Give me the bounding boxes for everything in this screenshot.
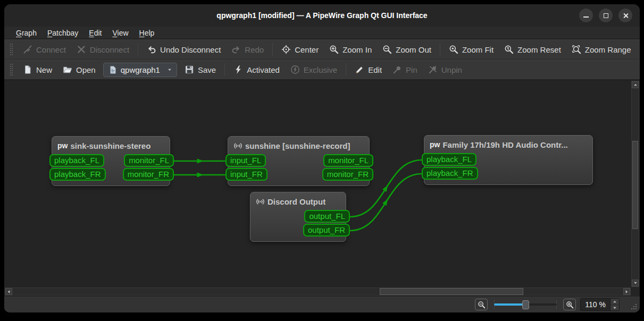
minimize-button[interactable] <box>579 9 593 22</box>
port-playback_FL[interactable]: playback_FL <box>49 154 104 167</box>
node-family-hd-audio[interactable]: pwFamily 17h/19h HD Audio Contr...playba… <box>424 135 593 185</box>
zoom-reset-button[interactable]: Zoom Reset <box>499 43 566 56</box>
arrow-down-icon <box>634 282 637 284</box>
port-monitor_FR[interactable]: monitor_FR <box>123 168 174 181</box>
activated-icon <box>233 65 243 74</box>
graph-canvas[interactable]: pwsink-sunshine-stereoplayback_FLmonitor… <box>4 80 640 296</box>
disconnect-button[interactable]: Disconnect <box>71 43 135 56</box>
pipewire-icon: pw <box>57 142 68 149</box>
horizontal-scrollbar-thumb[interactable] <box>380 288 523 295</box>
zoom-value: 110 % <box>581 300 610 309</box>
port-monitor_FL[interactable]: monitor_FL <box>124 154 174 167</box>
vertical-scrollbar[interactable] <box>631 81 639 287</box>
toolbar-separator <box>346 63 346 76</box>
scroll-down-button[interactable] <box>632 280 639 286</box>
connect-button[interactable]: Connect <box>18 43 71 56</box>
node-title: Family 17h/19h HD Audio Contr... <box>442 140 567 149</box>
maximize-icon <box>604 13 608 18</box>
port-playback_FR[interactable]: playback_FR <box>49 168 106 181</box>
port-playback_FL[interactable]: playback_FL <box>422 153 476 166</box>
toolbar-button-label: Exclusive <box>304 65 337 74</box>
node-sink-sunshine-stereo[interactable]: pwsink-sunshine-stereoplayback_FLmonitor… <box>52 136 170 186</box>
connection-arrow-icon <box>197 159 204 164</box>
exclusive-button[interactable]: Exclusive <box>285 63 342 77</box>
undo-disconnect-button[interactable]: Undo Disconnect <box>141 43 226 56</box>
zoom-out-icon <box>382 45 392 54</box>
zoom-in-icon <box>329 45 339 54</box>
zoom-in-button[interactable] <box>563 299 576 310</box>
toolbar-separator <box>440 43 440 56</box>
port-output_FR[interactable]: output_FR <box>303 224 350 236</box>
edit-button[interactable]: Edit <box>349 63 387 77</box>
menu-view[interactable]: View <box>108 28 132 38</box>
scroll-left-button[interactable] <box>5 288 12 295</box>
toolbar-main: ConnectDisconnectUndo DisconnectRedoCent… <box>4 39 640 60</box>
port-monitor_FL[interactable]: monitor_FL <box>323 154 373 167</box>
patchbay-select[interactable]: qpwgraph1 <box>103 63 177 77</box>
patchbay-select-value: qpwgraph1 <box>121 65 160 74</box>
port-input_FL[interactable]: input_FL <box>225 154 266 167</box>
zoom-in-button[interactable]: Zoom In <box>324 43 377 56</box>
save-icon <box>185 65 194 74</box>
toolbar-drag-handle[interactable] <box>10 63 13 76</box>
zoom-slider[interactable] <box>494 299 557 310</box>
pipewire-icon: pw <box>430 141 440 148</box>
toolbar-separator <box>138 43 138 56</box>
scroll-up-button[interactable] <box>632 81 639 88</box>
redo-button[interactable]: Redo <box>226 43 269 56</box>
vertical-scrollbar-thumb[interactable] <box>632 141 638 229</box>
new-file-icon <box>23 65 32 74</box>
maximize-button[interactable] <box>599 9 613 22</box>
activated-button[interactable]: Activated <box>228 63 285 77</box>
port-input_FR[interactable]: input_FR <box>225 168 267 181</box>
unpin-icon <box>428 65 438 74</box>
node-sunshine[interactable]: sunshine [sunshine-record]input_FLmonito… <box>228 136 370 186</box>
zoom-range-button[interactable]: Zoom Range <box>566 43 637 56</box>
zoom-fit-button[interactable]: Zoom Fit <box>444 43 499 56</box>
close-button[interactable] <box>618 9 632 22</box>
minimize-icon <box>583 16 589 18</box>
app-window: qpwgraph1 [modified] — A PipeWire Graph … <box>4 4 640 312</box>
scroll-right-button[interactable] <box>623 288 630 295</box>
horizontal-scrollbar[interactable] <box>5 288 631 295</box>
port-output_FL[interactable]: output_FL <box>304 210 350 223</box>
zoom-spin-up-button[interactable] <box>610 299 619 305</box>
zoom-slider-handle[interactable] <box>522 300 529 309</box>
node-title: sink-sunshine-stereo <box>70 141 150 150</box>
toolbar-button-label: Open <box>76 65 96 74</box>
zoom-fit-icon <box>449 45 458 54</box>
arrow-right-icon <box>626 290 628 293</box>
port-playback_FR[interactable]: playback_FR <box>422 167 478 180</box>
close-icon <box>623 13 629 19</box>
resize-grip[interactable] <box>630 303 637 310</box>
open-button[interactable]: Open <box>57 63 101 77</box>
menu-graph[interactable]: Graph <box>12 28 41 38</box>
toolbar-drag-handle[interactable] <box>10 43 13 56</box>
menu-patchbay[interactable]: Patchbay <box>43 28 82 38</box>
port-monitor_FR[interactable]: monitor_FR <box>322 168 373 181</box>
vertical-scrollbar-track[interactable] <box>632 89 639 279</box>
toolbar-separator <box>224 63 225 76</box>
zoom-out-button[interactable] <box>475 299 488 310</box>
toolbar-patchbay: NewOpenqpwgraph1SaveActivatedExclusiveEd… <box>4 60 640 80</box>
unpin-button[interactable]: Unpin <box>423 63 467 77</box>
pin-button[interactable]: Pin <box>387 63 423 77</box>
center-button[interactable]: Center <box>276 43 324 56</box>
save-button[interactable]: Save <box>179 63 221 77</box>
statusbar: 110 % <box>4 296 640 312</box>
connection-arrow-icon <box>197 173 204 178</box>
menu-help[interactable]: Help <box>135 28 159 38</box>
new-button[interactable]: New <box>18 63 57 77</box>
redo-icon <box>231 45 241 54</box>
zoom-spin-down-button[interactable] <box>610 305 619 310</box>
zoom-out-button[interactable]: Zoom Out <box>377 43 437 56</box>
open-folder-icon <box>63 65 72 74</box>
horizontal-scrollbar-track[interactable] <box>12 288 623 295</box>
node-discord-output[interactable]: Discord Outputoutput_FLoutput_FR <box>250 192 346 242</box>
window-controls <box>579 9 632 22</box>
toolbar-button-label: Activated <box>247 65 280 74</box>
titlebar[interactable]: qpwgraph1 [modified] — A PipeWire Graph … <box>4 4 640 27</box>
zoom-spinbox[interactable]: 110 % <box>580 298 620 311</box>
undo-icon <box>147 45 156 54</box>
menu-edit[interactable]: Edit <box>85 28 106 38</box>
